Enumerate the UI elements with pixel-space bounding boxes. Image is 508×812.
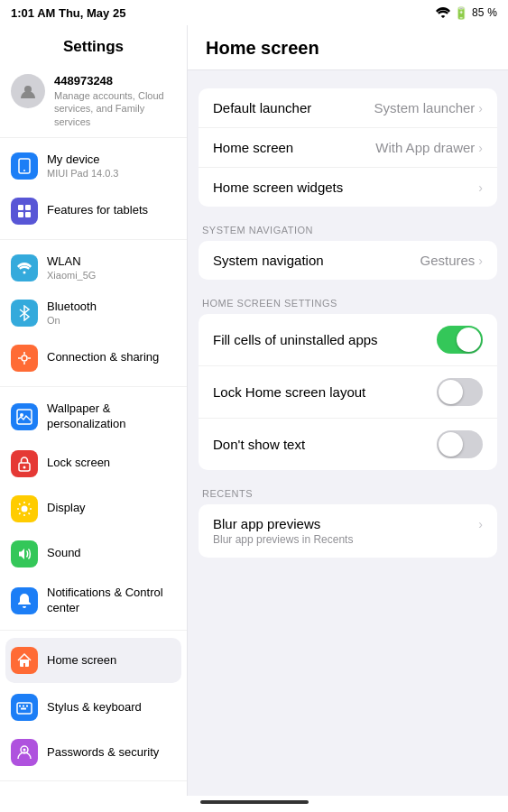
settings-group-home-settings: Fill cells of uninstalled apps Lock Home… xyxy=(199,314,497,470)
sidebar: Settings 448973248 Manage accounts, Clou… xyxy=(0,25,188,796)
sidebar-item-home-screen[interactable]: Home screen xyxy=(5,638,181,683)
chevron-icon: › xyxy=(478,254,483,268)
home-indicator[interactable] xyxy=(200,800,309,804)
features-tablets-icon xyxy=(11,198,38,225)
row-home-screen-widgets[interactable]: Home screen widgets › xyxy=(199,168,497,207)
wifi-icon xyxy=(436,7,450,18)
sidebar-item-label: Features for tablets xyxy=(47,203,148,218)
row-system-navigation[interactable]: System navigation Gestures › xyxy=(199,241,497,280)
my-device-icon xyxy=(11,152,38,180)
sidebar-item-connection-sharing[interactable]: Connection & sharing xyxy=(0,336,187,381)
row-fill-cells[interactable]: Fill cells of uninstalled apps xyxy=(199,314,497,366)
svg-point-14 xyxy=(23,466,26,468)
svg-rect-5 xyxy=(18,212,23,217)
chevron-icon: › xyxy=(478,101,483,115)
row-dont-show-text[interactable]: Don't show text xyxy=(199,419,497,470)
sound-icon xyxy=(11,540,38,567)
sidebar-section-device: My device MIUI Pad 14.0.3 Features for t… xyxy=(0,138,187,240)
connection-sharing-icon xyxy=(11,345,38,372)
svg-rect-20 xyxy=(21,708,26,710)
sidebar-item-label: Connection & sharing xyxy=(47,350,159,365)
svg-rect-4 xyxy=(25,205,31,210)
sidebar-section-connectivity: WLAN Xiaomi_5G Bluetooth On Connection &… xyxy=(0,240,187,387)
chevron-icon: › xyxy=(478,141,483,155)
svg-point-10 xyxy=(22,355,27,361)
svg-rect-11 xyxy=(17,410,32,424)
avatar xyxy=(11,74,45,108)
section-system-navigation: SYSTEM NAVIGATION System navigation Gest… xyxy=(188,225,508,280)
status-bar: 1:01 AM Thu, May 25 🔋 85 % xyxy=(0,0,508,25)
lock-screen-icon xyxy=(11,450,38,477)
status-icons: 🔋 85 % xyxy=(436,6,497,20)
sidebar-item-features-tablets[interactable]: Features for tablets xyxy=(0,189,187,234)
section-label-system-nav: SYSTEM NAVIGATION xyxy=(188,225,508,241)
battery-level: 85 xyxy=(472,6,484,19)
svg-rect-19 xyxy=(26,706,28,707)
section-label-recents: RECENTS xyxy=(188,488,508,504)
svg-rect-17 xyxy=(19,706,21,707)
sidebar-account[interactable]: 448973248 Manage accounts, Cloud service… xyxy=(0,65,187,138)
svg-point-15 xyxy=(22,505,28,512)
account-desc: Manage accounts, Cloud services, and Fam… xyxy=(54,89,176,128)
main-layout: Settings 448973248 Manage accounts, Clou… xyxy=(0,25,508,796)
chevron-icon: › xyxy=(478,517,483,531)
svg-point-7 xyxy=(23,271,26,273)
content-panel: Home screen Default launcher System laun… xyxy=(188,25,508,796)
settings-group-system-nav: System navigation Gestures › xyxy=(199,241,497,280)
toggle-lock-layout[interactable] xyxy=(437,378,483,406)
row-lock-layout[interactable]: Lock Home screen layout xyxy=(199,366,497,419)
section-label-home-screen: HOME SCREEN SETTINGS xyxy=(188,298,508,314)
notifications-icon xyxy=(11,587,38,614)
bluetooth-icon xyxy=(11,300,38,327)
battery-icon: 🔋 xyxy=(454,6,468,20)
toggle-dont-show-text[interactable] xyxy=(437,430,483,458)
section-home-screen-settings: HOME SCREEN SETTINGS Fill cells of unins… xyxy=(188,298,508,470)
sidebar-item-sound[interactable]: Sound xyxy=(0,531,187,577)
sidebar-item-wallpaper[interactable]: Wallpaper & personalization xyxy=(0,392,187,441)
toggle-fill-cells[interactable] xyxy=(437,326,483,354)
settings-group-recents: Blur app previews › Blur app previews in… xyxy=(199,504,497,558)
section-recents: RECENTS Blur app previews › Blur app pre… xyxy=(188,488,508,558)
stylus-keyboard-icon xyxy=(11,694,38,721)
sidebar-section-appearance: Wallpaper & personalization Lock screen … xyxy=(0,387,187,632)
sidebar-item-bluetooth[interactable]: Bluetooth On xyxy=(0,291,187,336)
svg-rect-6 xyxy=(25,212,31,217)
svg-rect-3 xyxy=(18,205,23,210)
sidebar-title: Settings xyxy=(0,25,187,65)
status-time: 1:01 AM Thu, May 25 xyxy=(11,6,125,20)
svg-point-12 xyxy=(20,413,23,417)
sidebar-item-notifications[interactable]: Notifications & Control center xyxy=(0,577,187,625)
svg-point-2 xyxy=(23,170,25,171)
row-home-screen[interactable]: Home screen With App drawer › xyxy=(199,128,497,168)
settings-group-basic: Default launcher System launcher › Home … xyxy=(199,88,497,207)
bottom-bar xyxy=(0,796,508,812)
svg-rect-18 xyxy=(23,706,24,707)
chevron-icon: › xyxy=(478,180,483,195)
sidebar-item-display[interactable]: Display xyxy=(0,486,187,531)
account-info: 448973248 Manage accounts, Cloud service… xyxy=(54,74,176,128)
passwords-security-icon xyxy=(11,739,38,766)
row-default-launcher[interactable]: Default launcher System launcher › xyxy=(199,88,497,128)
sidebar-item-wlan[interactable]: WLAN Xiaomi_5G xyxy=(0,245,187,291)
wlan-icon xyxy=(11,254,38,281)
sidebar-item-my-device[interactable]: My device MIUI Pad 14.0.3 xyxy=(0,143,187,189)
display-icon xyxy=(11,495,38,522)
svg-point-22 xyxy=(23,749,26,752)
wallpaper-icon xyxy=(11,403,38,430)
sidebar-item-passwords-security[interactable]: Passwords & security xyxy=(0,730,187,775)
row-blur-app-previews[interactable]: Blur app previews › Blur app previews in… xyxy=(199,504,497,558)
sidebar-section-system: Home screen Stylus & keyboard Passwords … xyxy=(0,631,187,781)
home-screen-icon xyxy=(11,647,38,674)
section-basic: Default launcher System launcher › Home … xyxy=(188,88,508,207)
account-id: 448973248 xyxy=(54,74,176,88)
sidebar-item-lock-screen[interactable]: Lock screen xyxy=(0,441,187,486)
content-title: Home screen xyxy=(188,25,508,70)
sidebar-item-label: My device MIUI Pad 14.0.3 xyxy=(47,152,119,179)
sidebar-item-stylus-keyboard[interactable]: Stylus & keyboard xyxy=(0,685,187,730)
